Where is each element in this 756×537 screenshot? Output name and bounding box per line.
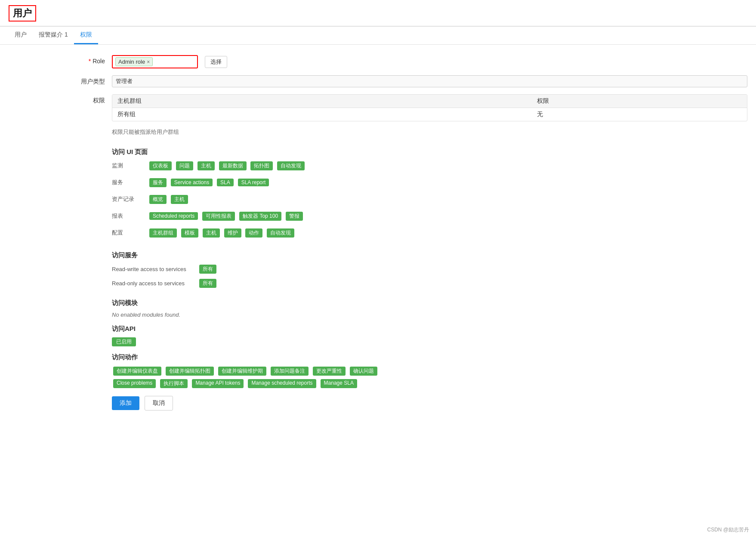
- permissions-table-header: 主机群组 权限: [112, 95, 747, 108]
- tag-actions: 动作: [245, 228, 262, 238]
- role-tag-close-icon[interactable]: ×: [147, 59, 150, 65]
- ro-label: Read-only access to services: [112, 280, 198, 287]
- page-header: 用户: [0, 0, 756, 27]
- tag-service-actions: Service actions: [171, 179, 213, 186]
- tag-auto-discovery: 自动发现: [277, 161, 305, 170]
- tag-config-hosts: 主机: [203, 228, 220, 238]
- tag-assets-hosts: 主机: [171, 195, 188, 204]
- access-modules-row: 访问模块 No enabled modules found.: [9, 299, 747, 318]
- tag-alerts: 警报: [286, 212, 303, 221]
- note-row: 权限只能被指派给用户群组: [9, 128, 747, 141]
- access-actions-row: 访问动作 创建并编辑仪表盘 创建并编辑拓扑图 创建并编辑维护期 添加问题备注 更…: [9, 353, 747, 389]
- tag-scheduled-reports: Scheduled reports: [149, 212, 198, 220]
- row-perm: 无: [532, 108, 747, 121]
- access-api-title: 访问API: [112, 325, 747, 333]
- row-group: 所有组: [112, 108, 532, 121]
- tab-media[interactable]: 报警媒介 1: [33, 27, 74, 44]
- access-services-row: 访问服务 Read-write access to services 所有 Re…: [9, 251, 747, 292]
- footer: CSDN @励志苦丹: [700, 523, 756, 537]
- role-value: Admin role × 选择: [112, 55, 747, 68]
- tag-create-topology: 创建并编辑拓扑图: [166, 367, 214, 376]
- tag-exec-script: 执行脚本: [160, 379, 188, 388]
- user-type-select[interactable]: 管理者: [112, 75, 747, 87]
- tag-availability-report: 可用性报表: [202, 212, 235, 221]
- tag-latest-data: 最新数据: [219, 161, 247, 170]
- col-permission: 权限: [532, 95, 747, 108]
- role-label: Role: [9, 55, 112, 65]
- tag-top100: 触发器 Top 100: [239, 212, 281, 221]
- tag-host-groups: 主机群组: [149, 228, 177, 238]
- user-type-row: 用户类型 管理者: [9, 75, 747, 87]
- content-area: Role Admin role × 选择 用户类型 管理者: [0, 45, 756, 428]
- footer-text: CSDN @励志苦丹: [707, 527, 749, 533]
- reports-label: 报表: [112, 212, 146, 220]
- tag-create-dashboard: 创建并编辑仪表盘: [113, 367, 161, 376]
- form-buttons-row: 添加 取消: [9, 396, 747, 410]
- permissions-table: 主机群组 权限 所有组 无: [112, 94, 747, 121]
- tag-manage-scheduled-reports: Manage scheduled reports: [248, 379, 316, 388]
- tag-problems: 问题: [176, 161, 193, 170]
- add-button[interactable]: 添加: [112, 396, 139, 410]
- modules-note: No enabled modules found.: [112, 312, 747, 318]
- actions-tags-row1: 创建并编辑仪表盘 创建并编辑拓扑图 创建并编辑维护期 添加问题备注 更改严重性 …: [112, 366, 747, 377]
- tab-bar: 用户 报警媒介 1 权限: [0, 27, 756, 45]
- role-input-wrapper: Admin role ×: [112, 55, 198, 68]
- assets-label: 资产记录: [112, 195, 146, 203]
- page-title: 用户: [9, 5, 36, 22]
- permissions-note: 权限只能被指派给用户群组: [112, 128, 747, 136]
- access-modules-title: 访问模块: [112, 299, 747, 307]
- col-host-group: 主机群组: [112, 95, 532, 108]
- user-type-label: 用户类型: [9, 75, 112, 86]
- cancel-button[interactable]: 取消: [145, 396, 173, 410]
- tag-create-maintenance: 创建并编辑维护期: [218, 367, 266, 376]
- ui-access-row: 访问 UI 页面 监测 仪表板 问题 主机 最新数据 拓扑图 自动发现 服务 服…: [9, 148, 747, 244]
- tag-change-severity: 更改严重性: [313, 367, 346, 376]
- access-actions-title: 访问动作: [112, 353, 747, 361]
- rw-access-row: Read-write access to services 所有: [112, 264, 747, 275]
- reports-section: 报表 Scheduled reports 可用性报表 触发器 Top 100 警…: [112, 211, 747, 222]
- tag-close-problems: Close problems: [113, 379, 156, 388]
- monitoring-section: 监测 仪表板 问题 主机 最新数据 拓扑图 自动发现: [112, 160, 747, 171]
- ro-access-row: Read-only access to services 所有: [112, 278, 747, 289]
- tag-hosts: 主机: [197, 161, 215, 170]
- access-api-row: 访问API 已启用: [9, 325, 747, 346]
- tag-add-note: 添加问题备注: [271, 367, 309, 376]
- actions-tags-row2: Close problems 执行脚本 Manage API tokens Ma…: [112, 378, 747, 389]
- permissions-row: 权限 主机群组 权限 所有组 无: [9, 94, 747, 121]
- access-services-title: 访问服务: [112, 251, 747, 259]
- rw-value-tag: 所有: [199, 265, 216, 274]
- user-type-value: 管理者: [112, 75, 747, 87]
- tag-maintenance: 维护: [224, 228, 241, 238]
- monitoring-label: 监测: [112, 162, 146, 170]
- tag-service: 服务: [149, 178, 167, 187]
- tag-templates: 模板: [181, 228, 198, 238]
- tag-sla-report: SLA report: [238, 179, 269, 186]
- assets-section: 资产记录 概览 主机: [112, 194, 747, 205]
- ui-access-title: 访问 UI 页面: [112, 148, 747, 156]
- role-tag: Admin role ×: [115, 57, 153, 66]
- select-role-button[interactable]: 选择: [205, 56, 227, 68]
- tag-overview: 概览: [149, 195, 167, 204]
- api-status-badge: 已启用: [112, 337, 136, 346]
- services-label: 服务: [112, 179, 146, 186]
- rw-label: Read-write access to services: [112, 266, 198, 272]
- tag-topology: 拓扑图: [250, 161, 273, 170]
- config-section: 配置 主机群组 模板 主机 维护 动作 自动发现: [112, 228, 747, 238]
- tab-permissions[interactable]: 权限: [74, 27, 98, 44]
- config-label: 配置: [112, 229, 146, 237]
- table-row: 所有组 无: [112, 108, 747, 121]
- tag-config-discovery: 自动发现: [267, 228, 294, 238]
- ro-value-tag: 所有: [199, 279, 216, 288]
- tab-users[interactable]: 用户: [9, 27, 33, 44]
- tag-manage-sla: Manage SLA: [321, 379, 357, 388]
- permissions-value: 主机群组 权限 所有组 无: [112, 94, 747, 121]
- tag-manage-api-tokens: Manage API tokens: [192, 379, 244, 388]
- tag-dashboard: 仪表板: [149, 161, 172, 170]
- tag-acknowledge: 确认问题: [350, 367, 377, 376]
- role-row: Role Admin role × 选择: [9, 55, 747, 68]
- tag-sla: SLA: [217, 179, 234, 186]
- services-section: 服务 服务 Service actions SLA SLA report: [112, 177, 747, 188]
- permissions-label: 权限: [9, 94, 112, 105]
